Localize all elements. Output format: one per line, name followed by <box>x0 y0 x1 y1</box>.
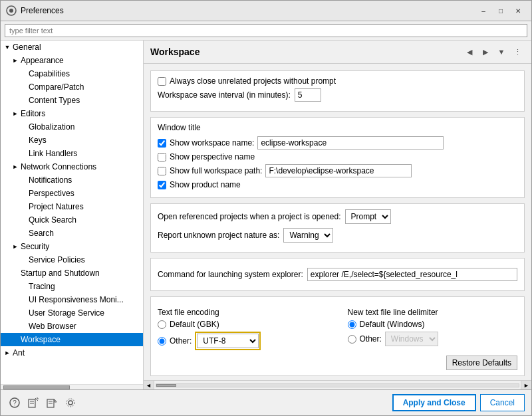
expand-arrow-editors: ► <box>11 110 19 118</box>
tree-item-globalization[interactable]: ► Globalization <box>1 120 143 134</box>
settings-icon[interactable] <box>63 395 78 410</box>
dropdown-button[interactable]: ▼ <box>494 45 509 59</box>
command-input[interactable] <box>307 268 517 281</box>
filter-input[interactable] <box>5 24 527 37</box>
bottom-bar: ? <box>1 389 531 415</box>
encoding-other-radio[interactable] <box>158 337 166 346</box>
encoding-other-label: Other: <box>170 336 192 346</box>
show-perspective-name-checkbox[interactable] <box>158 153 166 161</box>
delimiter-default-radio[interactable] <box>348 320 356 329</box>
tree-item-link-handlers[interactable]: ► Link Handlers <box>1 147 143 160</box>
tree-item-capabilities[interactable]: ► Capabilities <box>1 67 143 80</box>
report-unknown-select[interactable]: Warning Error Ignore <box>283 228 333 243</box>
delimiter-other-radio[interactable] <box>348 335 356 344</box>
tree-item-appearance[interactable]: ► Appearance <box>1 54 143 67</box>
tree-hscroll-thumb[interactable] <box>3 385 70 389</box>
tree-item-web-browser[interactable]: ► Web Browser <box>1 320 143 333</box>
tree-hscroll <box>1 384 143 389</box>
panel-hscroll: ◄ ► <box>144 380 531 389</box>
tree-item-ui-responsiveness[interactable]: ► UI Responsiveness Moni... <box>1 293 143 306</box>
tree-item-notifications[interactable]: ► Notifications <box>1 173 143 187</box>
tree-item-network-connections[interactable]: ► Network Connections <box>1 160 143 173</box>
svg-point-16 <box>68 401 72 405</box>
tree-item-keys[interactable]: ► Keys <box>1 134 143 147</box>
save-interval-label: Workspace save interval (in minutes): <box>158 90 291 100</box>
restore-defaults-button[interactable]: Restore Defaults <box>446 356 517 370</box>
always-close-checkbox[interactable] <box>158 77 166 86</box>
more-button[interactable]: ⋮ <box>510 45 525 59</box>
tree-label-web-browser: Web Browser <box>29 322 76 331</box>
always-close-row: Always close unrelated projects without … <box>158 76 517 86</box>
tree-item-startup-shutdown[interactable]: ► Startup and Shutdown <box>1 266 143 280</box>
show-perspective-name-label: Show perspective name <box>170 152 255 161</box>
text-encoding-col: Text file encoding Default (GBK) Other: <box>158 308 328 350</box>
show-full-path-checkbox[interactable] <box>158 167 166 175</box>
content-area: ▼ General ► Appearance ► Capabilities ► … <box>1 41 531 389</box>
dialog-title: Preferences <box>21 6 64 15</box>
expand-arrow-security: ► <box>11 243 19 251</box>
tree-item-service-policies[interactable]: ► Service Policies <box>1 253 143 266</box>
tree-label-capabilities: Capabilities <box>29 69 70 78</box>
tree-item-security[interactable]: ► Security <box>1 240 143 253</box>
encoding-default-radio[interactable] <box>158 320 166 329</box>
tree-label-keys: Keys <box>29 136 47 145</box>
close-button[interactable]: ✕ <box>510 5 526 17</box>
tree-item-tracing[interactable]: ► Tracing <box>1 280 143 293</box>
cancel-button[interactable]: Cancel <box>480 394 525 411</box>
tree-label-general: General <box>13 43 41 52</box>
tree-label-editors: Editors <box>21 109 45 118</box>
expand-arrow-network: ► <box>11 163 19 171</box>
tree-item-content-types[interactable]: ► Content Types <box>1 94 143 107</box>
tree-item-perspectives[interactable]: ► Perspectives <box>1 187 143 200</box>
tree-item-editors[interactable]: ► Editors <box>1 107 143 120</box>
tree-item-general[interactable]: ▼ General <box>1 41 143 54</box>
tree-label-tracing: Tracing <box>29 282 55 291</box>
export-preferences-icon[interactable] <box>26 395 41 410</box>
open-referenced-select[interactable]: Prompt Always Never <box>345 209 391 224</box>
encoding-select[interactable]: UTF-8 GBK ISO-8859-1 UTF-16 <box>197 334 259 348</box>
show-workspace-name-checkbox[interactable] <box>158 139 166 148</box>
encoding-default-row: Default (GBK) <box>158 320 328 329</box>
show-product-name-checkbox[interactable] <box>158 181 166 189</box>
tree-label-security: Security <box>21 242 49 251</box>
full-path-input[interactable] <box>265 164 412 177</box>
minimize-button[interactable]: – <box>475 5 491 17</box>
panel-header: Workspace ◀ ▶ ▼ ⋮ <box>144 41 531 64</box>
show-product-name-row: Show product name <box>158 180 517 189</box>
svg-point-17 <box>66 399 74 407</box>
title-bar-left: Preferences <box>6 5 64 16</box>
tree-item-workspace[interactable]: ► Workspace <box>1 333 143 346</box>
hscroll-left-arrow[interactable]: ◄ <box>144 381 154 390</box>
open-referenced-row: Open referenced projects when a project … <box>158 209 517 224</box>
tree-item-ant[interactable]: ► Ant <box>1 346 143 360</box>
tree-item-user-storage[interactable]: ► User Storage Service <box>1 306 143 320</box>
import-preferences-icon[interactable] <box>45 395 59 410</box>
delimiter-default-label: Default (Windows) <box>360 320 425 329</box>
tree-item-project-natures[interactable]: ► Project Natures <box>1 200 143 213</box>
tree-item-search[interactable]: ► Search <box>1 227 143 240</box>
svg-text:?: ? <box>13 399 17 407</box>
save-interval-input[interactable] <box>295 88 321 102</box>
forward-button[interactable]: ▶ <box>478 45 493 59</box>
delimiter-select[interactable]: Windows Unix Mac <box>385 332 438 346</box>
panel-toolbar: ◀ ▶ ▼ ⋮ <box>462 45 525 59</box>
section-projects: Open referenced projects when a project … <box>150 203 525 253</box>
hscroll-thumb[interactable] <box>156 384 176 387</box>
window-title-group-label: Window title <box>158 123 517 132</box>
help-icon[interactable]: ? <box>7 395 22 410</box>
tree-item-quick-search[interactable]: ► Quick Search <box>1 213 143 227</box>
export-icon <box>28 397 39 408</box>
workspace-name-input[interactable] <box>257 136 444 150</box>
apply-close-button[interactable]: Apply and Close <box>392 394 476 411</box>
save-interval-row: Workspace save interval (in minutes): <box>158 88 517 102</box>
back-button[interactable]: ◀ <box>462 45 477 59</box>
tree-item-compare-patch[interactable]: ► Compare/Patch <box>1 80 143 94</box>
show-full-path-row: Show full workspace path: <box>158 164 517 177</box>
tree-label-service-policies: Service Policies <box>29 255 85 264</box>
restore-row: Restore Defaults <box>158 356 517 370</box>
tree-label-quick-search: Quick Search <box>29 215 76 225</box>
hscroll-right-arrow[interactable]: ► <box>521 381 531 390</box>
preferences-dialog: Preferences – □ ✕ ▼ General ► Appearance <box>0 0 532 416</box>
encoding-section: Text file encoding Default (GBK) Other: <box>158 308 517 350</box>
maximize-button[interactable]: □ <box>493 5 509 17</box>
